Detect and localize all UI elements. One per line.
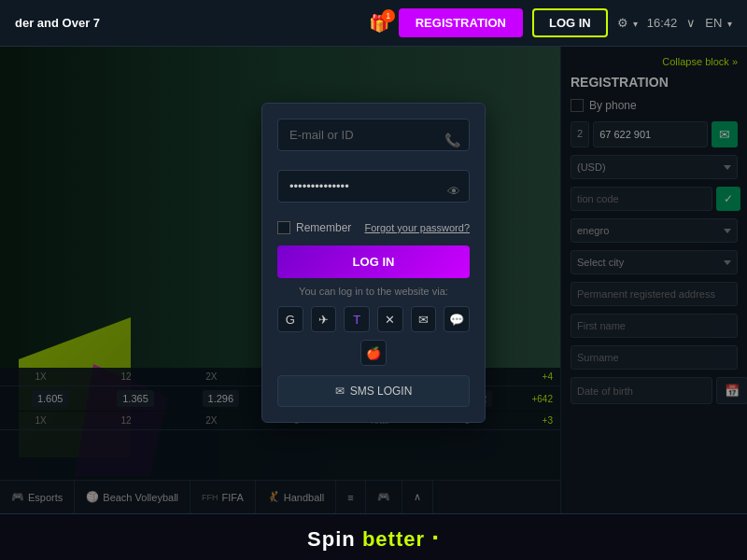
google-login-button[interactable]: G — [277, 306, 303, 332]
remember-checkbox[interactable] — [277, 221, 290, 234]
login-modal: 📞 👁 Remember Forgot your password? LOG I… — [261, 103, 486, 423]
remember-label: Remember — [296, 221, 351, 234]
topbar-time-sep: ∨ — [686, 16, 696, 30]
lang-label: EN — [705, 16, 722, 30]
twitch-login-button[interactable]: T — [344, 306, 370, 332]
apple-login-button[interactable]: 🍎 — [360, 340, 387, 366]
password-input[interactable] — [277, 170, 470, 203]
login-button-top[interactable]: LOG IN — [532, 8, 608, 37]
login-submit-button[interactable]: LOG IN — [277, 245, 470, 278]
sms-login-button[interactable]: ✉ SMS LOGIN — [277, 375, 470, 407]
login-modal-overlay: 📞 👁 Remember Forgot your password? LOG I… — [0, 47, 747, 513]
topbar-title: der and Over 7 — [15, 16, 359, 30]
social-icons-row: G ✈ T ✕ ✉ 💬 — [277, 306, 470, 332]
remember-left: Remember — [277, 221, 351, 234]
topbar-time: 16:42 — [647, 16, 678, 30]
forgot-password-link[interactable]: Forgot your password? — [365, 222, 471, 233]
apple-row: 🍎 — [277, 340, 470, 366]
logo-better: better — [362, 527, 425, 551]
password-input-wrapper: 👁 — [277, 170, 470, 212]
gift-button[interactable]: 🎁 1 — [369, 13, 389, 34]
logo-spin: Spin — [307, 527, 356, 551]
lang-chevron — [726, 16, 732, 30]
logo: Spin better · — [307, 523, 440, 553]
x-login-button[interactable]: ✕ — [377, 306, 403, 332]
chat-login-button[interactable]: 💬 — [444, 306, 470, 332]
email-login-button[interactable]: ✉ — [411, 306, 437, 332]
email-input-wrapper: 📞 — [277, 119, 470, 161]
settings-chevron — [631, 16, 638, 30]
eye-icon[interactable]: 👁 — [447, 184, 460, 199]
bottom-logo-bar: Spin better · — [0, 513, 747, 560]
main-container: der and Over 7 🎁 1 REGISTRATION LOG IN ⚙… — [0, 0, 747, 560]
social-hint: You can log in to the website via: — [277, 286, 470, 297]
phone-icon: 📞 — [444, 133, 460, 147]
content-area: 1X 12 2X O Total ▾ U +4 1.605 — [0, 47, 747, 513]
sms-login-label: SMS LOGIN — [350, 385, 413, 398]
topbar: der and Over 7 🎁 1 REGISTRATION LOG IN ⚙… — [0, 0, 747, 47]
language-selector[interactable]: EN — [705, 16, 732, 30]
sms-icon: ✉ — [335, 385, 345, 398]
logo-dot: · — [431, 523, 440, 552]
email-input[interactable] — [277, 119, 470, 151]
remember-row: Remember Forgot your password? — [277, 221, 470, 234]
settings-menu[interactable]: ⚙ — [617, 16, 638, 30]
telegram-login-button[interactable]: ✈ — [311, 306, 337, 332]
gift-badge: 1 — [382, 9, 395, 22]
registration-button[interactable]: REGISTRATION — [399, 8, 523, 37]
